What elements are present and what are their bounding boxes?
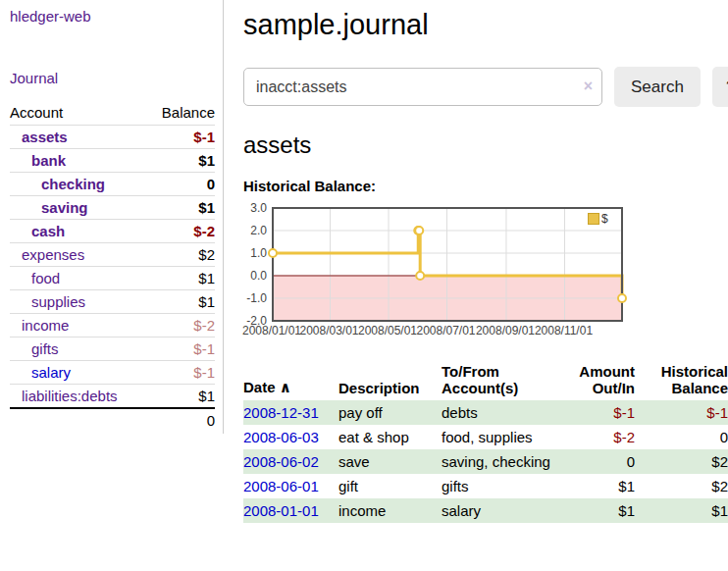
historical-balance-chart: 3.02.01.00.0-1.0-2.02008/01/012008/03/01… <box>243 207 728 344</box>
sort-ascending-icon: ∧ <box>280 379 291 395</box>
transaction-description: save <box>338 449 442 474</box>
account-row: bank$1 <box>10 149 215 173</box>
account-row: assets$-1 <box>10 126 215 149</box>
y-axis-tick-label: 1.0 <box>243 246 267 260</box>
x-axis-tick-label: 2008/03/01 <box>299 324 358 337</box>
account-link-liabilities-debts[interactable]: liabilities:debts <box>10 388 118 404</box>
register-table: Date ∧ Description To/From Account(s) Am… <box>243 361 728 523</box>
y-axis-tick-label: 0.0 <box>243 269 267 283</box>
account-balance: $1 <box>147 385 215 409</box>
account-heading: assets <box>243 131 728 159</box>
account-balance: $1 <box>147 267 215 290</box>
x-axis-tick-label: 2008/07/01 <box>416 324 475 337</box>
page-title: sample.journal <box>243 8 728 41</box>
main-content: sample.journal × Search ? assets Histori… <box>224 0 728 523</box>
account-link-income[interactable]: income <box>10 317 69 334</box>
chart-plot-area <box>272 207 623 322</box>
transaction-accounts: salary <box>442 498 554 523</box>
transaction-amount: 0 <box>554 449 635 474</box>
transaction-balance: $-1 <box>635 400 728 425</box>
column-header-date[interactable]: Date ∧ <box>243 361 338 400</box>
account-balance: 0 <box>147 173 215 196</box>
transaction-amount: $-2 <box>554 425 635 449</box>
search-form: × Search ? <box>243 67 728 107</box>
page: hledger-web Journal Account Balance asse… <box>0 0 728 523</box>
table-row: 2008-06-03eat & shopfood, supplies$-20 <box>243 425 728 449</box>
transaction-date-link[interactable]: 2008-06-01 <box>243 478 319 494</box>
account-link-salary[interactable]: salary <box>10 364 71 381</box>
transaction-balance: $2 <box>635 449 728 474</box>
account-row: expenses$2 <box>10 243 215 267</box>
transaction-description: pay off <box>338 400 442 425</box>
transaction-date-link[interactable]: 2008-06-03 <box>243 429 319 445</box>
account-link-assets[interactable]: assets <box>10 129 68 145</box>
account-tree-body: assets$-1bank$1checking0saving$1cash$-2e… <box>10 126 215 409</box>
transaction-description: income <box>338 498 442 523</box>
transaction-date-link[interactable]: 2008-06-02 <box>243 453 319 470</box>
transaction-balance: $2 <box>635 474 728 498</box>
account-row: food$1 <box>10 267 215 290</box>
clear-search-icon[interactable]: × <box>584 77 593 96</box>
account-row: gifts$-1 <box>10 337 215 361</box>
y-axis-tick-label: 3.0 <box>243 201 267 215</box>
account-row: saving$1 <box>10 196 215 220</box>
table-row: 2008-06-02savesaving, checking0$2 <box>243 449 728 474</box>
column-header-balance: Historical Balance <box>635 361 728 400</box>
account-row: supplies$1 <box>10 290 215 314</box>
search-button[interactable]: Search <box>614 67 701 107</box>
account-column-header: Account <box>10 100 147 126</box>
x-axis-tick-label: 2008/09/01 <box>476 324 535 337</box>
account-balance: $-1 <box>147 361 215 385</box>
account-link-checking[interactable]: checking <box>10 176 105 192</box>
chart-label: Historical Balance: <box>243 178 728 194</box>
transaction-accounts: debts <box>442 400 554 425</box>
transaction-description: gift <box>338 474 442 498</box>
account-link-bank[interactable]: bank <box>10 152 66 169</box>
register-body: 2008-12-31pay offdebts$-1$-12008-06-03ea… <box>243 400 728 523</box>
account-balance: $-1 <box>147 126 215 149</box>
account-link-expenses[interactable]: expenses <box>10 246 84 263</box>
sidebar: hledger-web Journal Account Balance asse… <box>0 0 224 434</box>
account-total-row: 0 <box>10 408 215 432</box>
account-link-supplies[interactable]: supplies <box>10 293 85 310</box>
account-tree: Account Balance assets$-1bank$1checking0… <box>10 100 215 432</box>
transaction-date-link[interactable]: 2008-01-01 <box>243 502 319 519</box>
transaction-amount: $1 <box>554 498 635 523</box>
account-row: liabilities:debts$1 <box>10 385 215 409</box>
account-row: cash$-2 <box>10 220 215 243</box>
table-row: 2008-06-01giftgifts$1$2 <box>243 474 728 498</box>
account-row: salary$-1 <box>10 361 215 385</box>
x-axis-tick-label: 2008/05/01 <box>358 324 417 337</box>
account-balance: $1 <box>147 290 215 314</box>
transaction-balance: 0 <box>635 425 728 449</box>
account-row: income$-2 <box>10 314 215 337</box>
transaction-date-link[interactable]: 2008-12-31 <box>243 404 319 421</box>
account-link-cash[interactable]: cash <box>10 223 65 239</box>
help-button[interactable]: ? <box>712 67 728 107</box>
account-link-gifts[interactable]: gifts <box>10 340 59 357</box>
x-axis-tick-label: 2008/11/01 <box>535 324 593 337</box>
sidebar-item-journal[interactable]: Journal <box>10 70 215 86</box>
legend-label: $ <box>601 212 608 226</box>
account-balance: $1 <box>147 149 215 173</box>
account-link-saving[interactable]: saving <box>10 199 88 216</box>
account-balance: $2 <box>147 243 215 267</box>
column-header-description: Description <box>338 361 442 400</box>
search-input[interactable] <box>243 68 602 106</box>
account-balance: $-2 <box>147 220 215 243</box>
account-balance: $-2 <box>147 314 215 337</box>
column-header-accounts: To/From Account(s) <box>442 361 554 400</box>
balance-column-header: Balance <box>147 100 215 126</box>
y-axis-tick-label: 2.0 <box>243 224 267 237</box>
account-balance: $1 <box>147 196 215 220</box>
table-row: 2008-12-31pay offdebts$-1$-1 <box>243 400 728 425</box>
account-link-food[interactable]: food <box>10 270 60 286</box>
transaction-accounts: saving, checking <box>442 449 554 474</box>
app-title[interactable]: hledger-web <box>10 8 215 25</box>
transaction-amount: $1 <box>554 474 635 498</box>
transaction-accounts: gifts <box>442 474 554 498</box>
transaction-accounts: food, supplies <box>442 425 554 449</box>
account-total-value: 0 <box>147 408 215 432</box>
transaction-balance: $1 <box>635 498 728 523</box>
y-axis-tick-label: -1.0 <box>243 291 267 305</box>
